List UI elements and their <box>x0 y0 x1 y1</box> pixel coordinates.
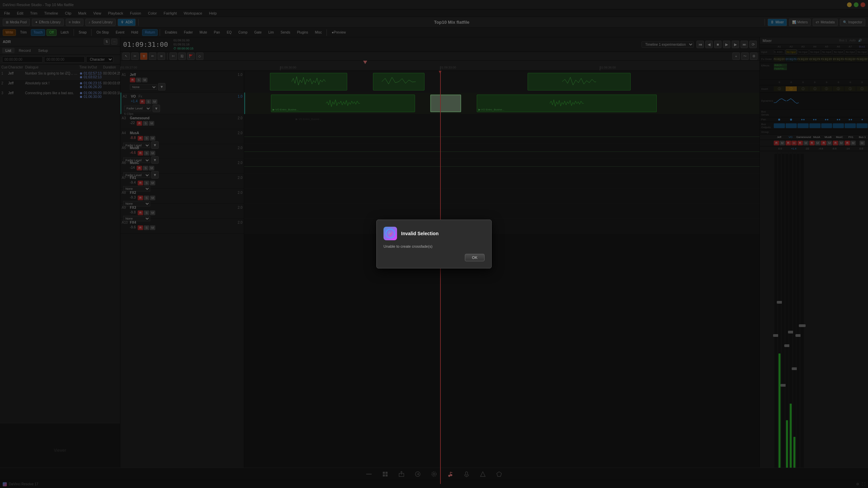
dialog-buttons: OK <box>383 254 485 261</box>
dialog-message: Unable to create crossfade(s) <box>383 244 485 248</box>
dialog-ok-button[interactable]: OK <box>465 254 485 261</box>
dialog-header: Invalid Selection <box>383 227 485 240</box>
dialog-box: Invalid Selection Unable to create cross… <box>376 220 492 268</box>
dialog-title: Invalid Selection <box>401 231 438 236</box>
dialog-app-icon <box>383 227 397 240</box>
dialog-overlay: Invalid Selection Unable to create cross… <box>0 0 868 488</box>
